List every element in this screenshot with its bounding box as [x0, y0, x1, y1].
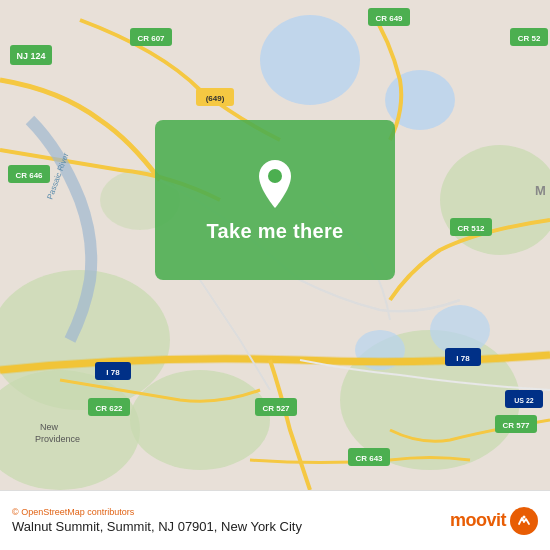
bottom-bar: © OpenStreetMap contributors Walnut Summ…: [0, 490, 550, 550]
moovit-icon: [510, 507, 538, 535]
map-container: NJ 124 CR 607 CR 649 CR 52 CR 646 (649) …: [0, 0, 550, 490]
bottom-left-info: © OpenStreetMap contributors Walnut Summ…: [12, 507, 302, 534]
svg-text:CR 52: CR 52: [518, 34, 541, 43]
location-label: Walnut Summit, Summit, NJ 07901, New Yor…: [12, 519, 302, 534]
svg-text:CR 643: CR 643: [355, 454, 383, 463]
svg-point-45: [523, 515, 526, 518]
svg-point-3: [130, 370, 270, 470]
svg-text:I 78: I 78: [106, 368, 120, 377]
svg-text:CR 512: CR 512: [457, 224, 485, 233]
svg-text:NJ 124: NJ 124: [16, 51, 45, 61]
moovit-text: moovit: [450, 510, 506, 531]
svg-point-43: [268, 169, 282, 183]
svg-text:New: New: [40, 422, 59, 432]
moovit-logo: moovit: [450, 507, 538, 535]
svg-text:US 22: US 22: [514, 397, 534, 404]
svg-text:CR 646: CR 646: [15, 171, 43, 180]
svg-point-8: [430, 305, 490, 355]
location-pin-icon: [253, 158, 297, 210]
svg-text:M: M: [535, 183, 546, 198]
svg-text:CR 527: CR 527: [262, 404, 290, 413]
openstreetmap-credit: © OpenStreetMap contributors: [12, 507, 302, 517]
svg-text:CR 649: CR 649: [375, 14, 403, 23]
svg-text:I 78: I 78: [456, 354, 470, 363]
svg-text:(649): (649): [206, 94, 225, 103]
svg-text:Providence: Providence: [35, 434, 80, 444]
svg-text:CR 622: CR 622: [95, 404, 123, 413]
svg-text:CR 577: CR 577: [502, 421, 530, 430]
svg-point-6: [260, 15, 360, 105]
svg-text:CR 607: CR 607: [137, 34, 165, 43]
cta-label: Take me there: [207, 220, 344, 243]
take-me-there-button[interactable]: Take me there: [155, 120, 395, 280]
